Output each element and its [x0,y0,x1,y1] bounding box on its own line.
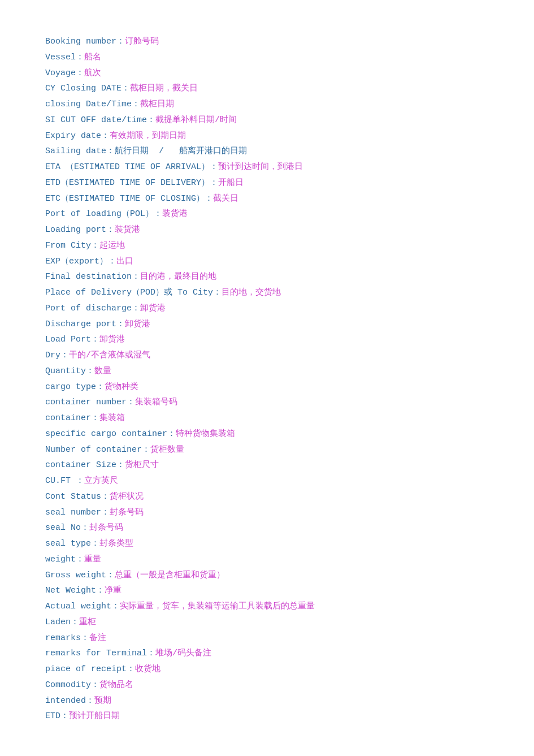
zh-translation: 装货港 [162,209,188,219]
zh-translation: 船名 [84,53,101,62]
en-term: remarks： [45,633,89,643]
glossary-line: Discharge port：卸货港 [45,317,489,332]
glossary-line: Dry：干的/不含液体或湿气 [45,348,489,364]
glossary-line: Loading port：装货港 [45,222,489,238]
zh-translation: 数量 [94,366,111,376]
en-term: Final destination： [45,272,140,282]
glossary-line: Net Weight：净重 [45,583,489,599]
en-term: closing Date/Time： [45,100,140,109]
en-term: specific cargo container： [45,429,176,439]
en-term: SI CUT OFF date/time： [45,115,155,125]
glossary-line: ETD（ESTIMATED TIME OF DELIVERY）：开船日 [45,175,489,191]
glossary-line: SI CUT OFF date/time：截提单补料日期/时间 [45,113,489,128]
glossary-line: container：集装箱 [45,411,489,426]
glossary-line: Port of discharge：卸货港 [45,301,489,317]
en-term: Load Port： [45,335,99,344]
zh-translation: 出口 [116,257,133,266]
en-term: Dry： [45,351,69,360]
en-term: Discharge port： [45,319,125,329]
zh-translation: 卸货港 [140,304,166,313]
zh-translation: 集装箱号码 [135,398,177,407]
glossary-line: Gross weight：总重（一般是含柜重和货重） [45,568,489,584]
glossary-line: cargo type：货物种类 [45,379,489,395]
zh-translation: 重柜 [79,617,96,627]
en-term: Expiry date： [45,131,110,141]
en-term: container： [45,413,99,423]
zh-translation: 有效期限，到期日期 [110,131,186,141]
glossary-line: Laden：重柜 [45,615,489,630]
glossary-line: Voyage：航次 [45,66,489,81]
en-term: Loading port： [45,225,115,235]
glossary-line: weight：重量 [45,552,489,568]
glossary-line: ETA （ESTIMATED TIME OF ARRIVAL）：预计到达时间，到… [45,159,489,175]
zh-translation: 封条号码 [89,523,123,533]
glossary-line: Quantity：数量 [45,364,489,379]
zh-translation: 截柜日期 [140,100,174,109]
zh-translation: 预计开船日期 [69,711,120,721]
zh-translation: 货物品名 [99,680,133,690]
glossary-line: Cont Status：货柜状况 [45,489,489,505]
zh-translation: 卸货港 [99,335,125,344]
glossary-line: Final destination：目的港，最终目的地 [45,269,489,285]
glossary-line: Commodity：货物品名 [45,677,489,693]
zh-translation: 总重（一般是含柜重和货重） [115,571,225,580]
glossary-line: Load Port：卸货港 [45,332,489,348]
zh-translation: 立方英尺 [84,476,118,486]
zh-translation: 订舱号码 [125,37,159,46]
en-term: seal No： [45,523,89,533]
en-term: seal type： [45,539,99,548]
en-term: Actual weight： [45,602,120,611]
glossary-line: remarks for Terminal：堆场/码头备注 [45,646,489,662]
zh-translation: 货物种类 [105,382,138,392]
zh-translation: 集装箱 [99,413,125,423]
glossary-line: specific cargo container：特种货物集装箱 [45,426,489,442]
zh-translation: 封条号码 [110,508,144,517]
en-term: ETD： [45,711,69,721]
zh-translation: 预期 [94,696,111,706]
en-term: Place of Delivery（POD）或 To City： [45,288,222,297]
en-term: Laden： [45,617,79,627]
glossary-line: Place of Delivery（POD）或 To City：目的地，交货地 [45,285,489,301]
en-term: CY Closing DATE： [45,84,130,93]
zh-translation: 航次 [84,68,101,78]
en-term: container Size： [45,460,125,470]
en-term: ETA （ESTIMATED TIME OF ARRIVAL）： [45,162,218,172]
glossary-line: seal type：封条类型 [45,536,489,552]
en-term: Quantity： [45,366,94,376]
glossary-line: ETD：预计开船日期 [45,709,489,724]
en-term: cargo type： [45,382,105,392]
zh-translation: 货柜数量 [150,445,184,455]
en-term: Gross weight： [45,571,115,580]
en-term: Port of loading（POL）： [45,209,162,219]
glossary-line: closing Date/Time：截柜日期 [45,97,489,113]
en-term: Commodity： [45,680,99,690]
en-term: Port of discharge： [45,304,140,313]
glossary-line: Port of loading（POL）：装货港 [45,206,489,222]
glossary-line: Booking number：订舱号码 [45,34,489,50]
en-term: Net Weight： [45,586,105,595]
zh-translation: 截关日 [213,194,238,204]
en-term: seal number： [45,508,110,517]
en-term: Booking number： [45,37,125,46]
zh-translation: 目的地，交货地 [222,288,281,297]
main-content: Booking number：订舱号码Vessel：船名Voyage：航次CY … [45,34,489,724]
glossary-line: Sailing date：航行日期 / 船离开港口的日期 [45,144,489,159]
zh-translation: 截柜日期，截关日 [130,84,198,93]
en-term: Sailing date：航行日期 / 船离开港口的日期 [45,146,247,156]
en-term: EXP（export）： [45,257,116,266]
zh-translation: 封条类型 [99,539,133,548]
zh-translation: 货柜状况 [110,492,144,502]
en-term: From City： [45,241,99,250]
en-term: piace of receipt： [45,664,135,674]
glossary-line: intended：预期 [45,693,489,709]
en-term: ETC（ESTIMATED TIME OF CLOSING）： [45,194,213,204]
zh-translation: 收货地 [135,664,160,674]
en-term: container number： [45,398,135,407]
zh-translation: 起运地 [99,241,125,250]
zh-translation: 重量 [84,555,101,564]
zh-translation: 预计到达时间，到港日 [218,162,303,172]
glossary-line: CU.FT ：立方英尺 [45,473,489,489]
glossary-line: container number：集装箱号码 [45,395,489,411]
glossary-line: seal No：封条号码 [45,520,489,536]
glossary-line: remarks：备注 [45,630,489,646]
